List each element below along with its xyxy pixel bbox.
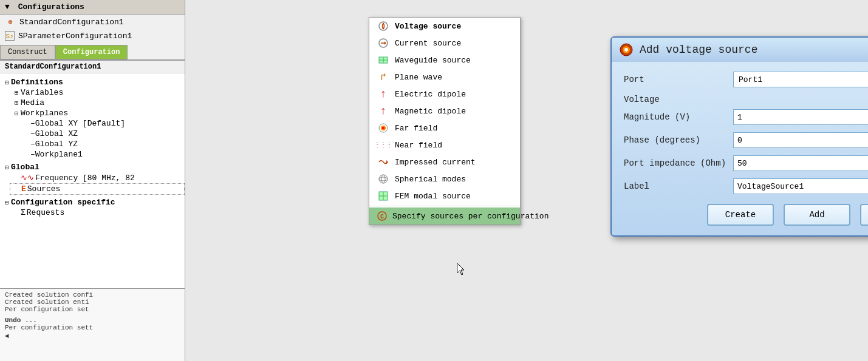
port-select[interactable]: Port1 bbox=[733, 72, 868, 87]
tree-label-variables[interactable]: ⊞ Variables bbox=[10, 87, 185, 98]
create-button[interactable]: Create bbox=[707, 204, 774, 226]
toggle-media[interactable]: ⊞ bbox=[12, 100, 21, 107]
waveguide-source-label: Waveguide source bbox=[395, 56, 471, 65]
menu-item-fem-modal[interactable]: FEM modal source bbox=[369, 187, 520, 204]
menu-item-far-field[interactable]: Far field bbox=[369, 120, 520, 137]
menu-item-impressed-current[interactable]: Impressed current bbox=[369, 154, 520, 170]
menu-item-plane-wave[interactable]: ↱ Plane wave bbox=[369, 69, 520, 86]
voltage-source-label: Voltage source bbox=[395, 22, 461, 31]
standard-config-label: StandardConfiguration1 bbox=[19, 18, 124, 27]
tree-label-global[interactable]: ⊟ Global bbox=[0, 162, 185, 172]
menu-item-current-source[interactable]: Current source bbox=[369, 35, 520, 52]
spherical-modes-icon bbox=[377, 174, 390, 184]
svg-marker-3 bbox=[384, 41, 386, 45]
configurations-header: ▼ Configurations bbox=[0, 0, 185, 15]
left-panel: ▼ Configurations ⊛ StandardConfiguration… bbox=[0, 0, 185, 361]
spherical-modes-label: Spherical modes bbox=[395, 175, 466, 184]
menu-item-specify[interactable]: C Specify sources per configuration bbox=[369, 207, 520, 224]
electric-dipole-label: Electric dipole bbox=[395, 90, 466, 99]
electric-dipole-icon: ↑ bbox=[377, 89, 390, 100]
globalxz-text: Global XZ bbox=[35, 129, 78, 138]
fem-modal-label: FEM modal source bbox=[395, 192, 471, 201]
specify-icon: C bbox=[377, 211, 388, 221]
frequency-text: Frequency [80 MHz, 82 bbox=[35, 174, 135, 183]
tab-construct[interactable]: Construct bbox=[0, 45, 55, 59]
tree-label-media[interactable]: ⊞ Media bbox=[10, 98, 185, 108]
near-field-label: Near field bbox=[395, 141, 442, 150]
workplanes-text: Workplanes bbox=[21, 109, 68, 118]
impedance-label: Port impedance (Ohm) bbox=[624, 158, 733, 168]
toggle-definitions[interactable]: ⊟ bbox=[2, 79, 11, 86]
standard-config-item[interactable]: ⊛ StandardConfiguration1 bbox=[0, 15, 185, 29]
toggle-global[interactable]: ⊟ bbox=[2, 164, 11, 171]
workplane1-text: Workplane1 bbox=[35, 150, 83, 159]
tree-label-frequency[interactable]: ∿∿ Frequency [80 MHz, 82 bbox=[10, 172, 185, 183]
tree-node-configspecific: ⊟ Configuration specific Σ Requests bbox=[0, 196, 185, 219]
dropdown-menu: Voltage source Current source bbox=[369, 17, 521, 225]
current-source-icon bbox=[377, 38, 390, 49]
globalyz-text: Global YZ bbox=[35, 140, 78, 149]
far-field-label: Far field bbox=[395, 124, 437, 133]
add-button[interactable]: Add bbox=[784, 204, 850, 226]
active-config-label: StandardConfiguration1 bbox=[0, 61, 185, 73]
globalxy-text: Global XY [Default] bbox=[35, 119, 125, 128]
impressed-current-label: Impressed current bbox=[395, 158, 476, 167]
toggle-workplanes[interactable]: ⊟ bbox=[12, 110, 21, 117]
global-text: Global bbox=[11, 163, 39, 172]
current-source-label: Current source bbox=[395, 39, 461, 48]
tree-label-workplanes[interactable]: ⊟ Workplanes bbox=[10, 108, 185, 118]
tree-label-requests[interactable]: Σ Requests bbox=[10, 207, 185, 218]
svg-point-9 bbox=[382, 127, 384, 129]
svg-marker-10 bbox=[386, 160, 388, 164]
svg-point-13 bbox=[381, 175, 385, 183]
menu-item-waveguide-source[interactable]: Waveguide source bbox=[369, 52, 520, 69]
phase-input[interactable] bbox=[733, 132, 868, 148]
voltage-section-label: Voltage bbox=[624, 95, 868, 104]
fem-modal-icon bbox=[377, 191, 390, 201]
magnitude-input[interactable] bbox=[733, 109, 868, 125]
dialog-body: Port Port1 Voltage Magnitude (V) Phase (… bbox=[612, 62, 868, 235]
menu-item-voltage-source[interactable]: Voltage source bbox=[369, 18, 520, 35]
impedance-input[interactable] bbox=[733, 155, 868, 171]
svg-marker-19 bbox=[457, 263, 464, 275]
toggle-variables[interactable]: ⊞ bbox=[12, 89, 21, 96]
near-field-icon: ⋮⋮⋮ bbox=[377, 140, 390, 150]
menu-item-near-field[interactable]: ⋮⋮⋮ Near field bbox=[369, 137, 520, 154]
tab-configuration[interactable]: Configuration bbox=[55, 45, 128, 59]
cursor bbox=[457, 263, 467, 275]
tree-label-globalyz[interactable]: –Global YZ bbox=[19, 139, 185, 149]
sparam-config-item[interactable]: S₂ SParameterConfiguration1 bbox=[0, 29, 185, 42]
toggle-configspecific[interactable]: ⊟ bbox=[2, 199, 11, 206]
menu-item-electric-dipole[interactable]: ↑ Electric dipole bbox=[369, 86, 520, 103]
label-row: Label bbox=[624, 178, 868, 194]
tree-label-globalxz[interactable]: –Global XZ bbox=[19, 129, 185, 139]
definitions-text: Definitions bbox=[11, 78, 63, 87]
status-line-3: Per configuration set bbox=[5, 306, 180, 313]
svg-point-12 bbox=[379, 177, 388, 181]
menu-item-magnetic-dipole[interactable]: ↑ Magnetic dipole bbox=[369, 103, 520, 120]
status-line-1: Created solution confi bbox=[5, 291, 180, 299]
magnitude-label: Magnitude (V) bbox=[624, 112, 733, 122]
close-button[interactable]: Close bbox=[860, 204, 868, 226]
voltage-source-icon bbox=[377, 21, 390, 32]
requests-text: Requests bbox=[27, 208, 64, 217]
port-row: Port Port1 bbox=[624, 72, 868, 87]
tree-label-definitions[interactable]: ⊟ Definitions bbox=[0, 77, 185, 87]
dialog-title: Add voltage source bbox=[640, 44, 868, 56]
tree-node-global: ⊟ Global ∿∿ Frequency [80 MHz, 82 E Sour… bbox=[0, 161, 185, 196]
tree-container: ⊟ Definitions ⊞ Variables ⊞ Media ⊟ Work… bbox=[0, 73, 185, 288]
label-input[interactable] bbox=[733, 178, 868, 194]
tree-label-globalxy[interactable]: –Global XY [Default] bbox=[19, 118, 185, 129]
menu-item-spherical-modes[interactable]: Spherical modes bbox=[369, 170, 520, 187]
tree-label-sources[interactable]: E Sources bbox=[10, 183, 185, 195]
impressed-current-icon bbox=[377, 157, 390, 167]
tree-label-workplane1[interactable]: –Workplane1 bbox=[19, 149, 185, 160]
sparam-config-icon: S₂ bbox=[5, 31, 15, 41]
label-field-label: Label bbox=[624, 181, 733, 191]
magnetic-dipole-label: Magnetic dipole bbox=[395, 107, 466, 116]
impedance-row: Port impedance (Ohm) bbox=[624, 155, 868, 171]
menu-separator bbox=[369, 206, 520, 206]
status-bar: Created solution confi Created solution … bbox=[0, 288, 185, 361]
tree-label-configspecific[interactable]: ⊟ Configuration specific bbox=[0, 197, 185, 207]
media-text: Media bbox=[21, 98, 44, 107]
